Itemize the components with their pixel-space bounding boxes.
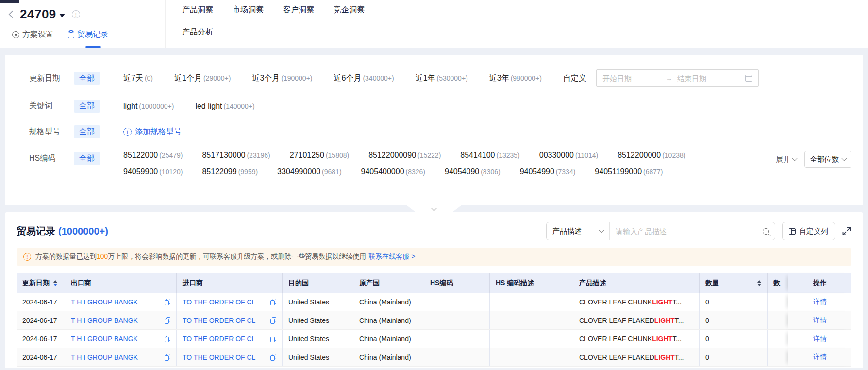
hs-code-option[interactable]: 3304990000(9681) — [277, 168, 341, 176]
cell-update-date: 2024-06-17 — [17, 311, 65, 329]
date-option[interactable]: 近3年(980000+) — [489, 73, 542, 84]
importer-link[interactable]: TO THE ORDER OF CL — [183, 317, 267, 324]
filter-all-chip[interactable]: 全部 — [74, 72, 100, 85]
hs-code-option[interactable]: 8517130000(23196) — [202, 151, 270, 160]
range-arrow-icon: → — [666, 74, 672, 82]
warning-icon — [23, 253, 31, 261]
date-range-picker[interactable]: → — [596, 69, 759, 87]
detail-link[interactable]: 详情 — [813, 335, 827, 343]
nav-product-analysis[interactable]: 产品分析 — [182, 28, 213, 36]
detail-link[interactable]: 详情 — [813, 298, 827, 306]
end-date-input[interactable] — [677, 74, 735, 83]
hs-code-option[interactable]: 94051199000(6877) — [595, 168, 663, 176]
start-date-input[interactable] — [602, 74, 661, 83]
plus-circle-icon: + — [123, 128, 132, 136]
col-update-date: 更新日期 — [17, 273, 65, 293]
add-spec-button[interactable]: + 添加规格型号 — [123, 127, 182, 137]
hs-code-option[interactable]: 27101250(15808) — [290, 151, 349, 160]
cell-origin: China (Mainland) — [353, 293, 424, 311]
exporter-link[interactable]: T H I GROUP BANGK — [71, 317, 161, 324]
tab-trade-records[interactable]: 贸易记录 — [68, 30, 108, 40]
table-body: 2024-06-17 T H I GROUP BANGK TO THE ORDE… — [17, 293, 851, 367]
contact-support-link[interactable]: 联系在线客服 > — [368, 252, 415, 261]
search-type-select[interactable]: 产品描述 — [547, 222, 610, 240]
date-option[interactable]: 近6个月(340000+) — [334, 73, 394, 84]
hs-code-option[interactable]: 9405400000(8326) — [361, 168, 425, 176]
table-row: 2024-06-17 T H I GROUP BANGK TO THE ORDE… — [17, 293, 851, 311]
detail-link[interactable]: 详情 — [813, 353, 827, 362]
nav-competitor-insight[interactable]: 竞企洞察 — [334, 5, 365, 15]
cell-quantity-unit-clipped — [768, 293, 788, 311]
copy-icon[interactable] — [165, 299, 170, 305]
sort-asc-icon[interactable] — [53, 280, 57, 283]
keyword-option[interactable]: light(1000000+) — [123, 102, 174, 111]
date-option[interactable]: 近7天(0) — [123, 73, 153, 84]
cell-product-desc: CLOVER LEAF CHUNK LIGHT T... — [573, 330, 700, 348]
filter-label: 规格型号 — [29, 127, 74, 137]
trade-records-panel: 贸易记录(1000000+) 产品描述 自定义列 — [5, 212, 863, 368]
filter-all-chip[interactable]: 全部 — [74, 100, 100, 113]
copy-icon[interactable] — [165, 336, 170, 342]
copy-icon[interactable] — [270, 317, 276, 324]
cell-importer: TO THE ORDER OF CL — [177, 348, 283, 366]
nav-market-insight[interactable]: 市场洞察 — [233, 5, 264, 15]
search-icon[interactable] — [763, 228, 769, 235]
filter-all-chip[interactable]: 全部 — [74, 152, 100, 165]
custom-date-label[interactable]: 自定义 — [563, 73, 586, 84]
importer-link[interactable]: TO THE ORDER OF CL — [183, 335, 267, 343]
search-group: 产品描述 — [546, 222, 775, 240]
fullscreen-icon[interactable] — [842, 226, 851, 236]
exporter-link[interactable]: T H I GROUP BANGK — [71, 298, 161, 306]
columns-settings-icon — [789, 228, 796, 235]
sort-asc-icon[interactable] — [757, 280, 761, 283]
hs-code-option[interactable]: 85122000(25479) — [123, 151, 183, 160]
hs-code-option[interactable]: 94054990(7334) — [520, 168, 576, 176]
info-icon[interactable] — [72, 10, 80, 18]
nav-customer-insight[interactable]: 客户洞察 — [283, 5, 314, 15]
exporter-link[interactable]: T H I GROUP BANGK — [71, 353, 161, 361]
tab-scheme-settings[interactable]: 方案设置 — [12, 30, 53, 40]
cell-importer: TO THE ORDER OF CL — [177, 293, 283, 311]
keyword-highlight: LIGHT — [654, 317, 675, 324]
warning-text: 方案的数据量已达到100万上限，将会影响数据的更新，可联系客服升级方案，或删除一… — [35, 252, 366, 261]
filter-all-chip[interactable]: 全部 — [74, 125, 100, 138]
main-nav: 产品洞察 市场洞察 客户洞察 竞企洞察 — [182, 0, 868, 20]
sub-nav: 产品分析 — [182, 20, 868, 37]
keyword-option[interactable]: led light(140000+) — [195, 102, 254, 111]
copy-icon[interactable] — [165, 317, 170, 324]
exporter-link[interactable]: T H I GROUP BANGK — [71, 335, 161, 343]
nav-product-insight[interactable]: 产品洞察 — [182, 5, 213, 15]
scheme-dropdown-caret-icon[interactable] — [59, 14, 65, 17]
detail-link[interactable]: 详情 — [813, 316, 827, 325]
expand-toggle[interactable]: 展开 — [776, 155, 797, 164]
sort-desc-icon[interactable] — [53, 284, 57, 286]
hs-code-option[interactable]: 8512200000(10238) — [618, 151, 685, 160]
keyword-highlight: LIGHT — [652, 335, 672, 343]
cell-importer: TO THE ORDER OF CL — [177, 330, 283, 348]
hs-code-option[interactable]: 85414100(13235) — [460, 151, 519, 160]
date-option[interactable]: 近3个月(190000+) — [252, 73, 312, 84]
importer-link[interactable]: TO THE ORDER OF CL — [183, 298, 267, 306]
cell-exporter: T H I GROUP BANGK — [65, 311, 177, 329]
copy-icon[interactable] — [270, 299, 276, 305]
cell-hs-code — [424, 348, 490, 366]
copy-icon[interactable] — [165, 354, 170, 361]
date-option[interactable]: 近1年(530000+) — [416, 73, 468, 84]
hs-code-option[interactable]: 00330000(11014) — [539, 151, 598, 160]
cell-product-desc: CLOVER LEAF CHUNK LIGHT T... — [573, 293, 700, 311]
custom-columns-button[interactable]: 自定义列 — [782, 222, 835, 240]
search-input[interactable] — [616, 227, 763, 235]
active-tab-underline — [85, 46, 101, 48]
hs-code-option[interactable]: 85122000090(15222) — [368, 151, 441, 160]
back-icon[interactable] — [9, 11, 17, 18]
hs-code-controls: 展开 全部位数 — [776, 151, 851, 168]
digits-select[interactable]: 全部位数 — [804, 151, 851, 168]
copy-icon[interactable] — [270, 336, 276, 342]
importer-link[interactable]: TO THE ORDER OF CL — [183, 353, 267, 361]
sort-desc-icon[interactable] — [757, 284, 761, 286]
hs-code-option[interactable]: 94054090(8306) — [445, 168, 501, 176]
hs-code-option[interactable]: 85122099(9959) — [202, 168, 258, 176]
date-option[interactable]: 近1个月(29000+) — [174, 73, 231, 84]
hs-code-option[interactable]: 94059900(10120) — [123, 168, 183, 176]
copy-icon[interactable] — [270, 354, 276, 361]
